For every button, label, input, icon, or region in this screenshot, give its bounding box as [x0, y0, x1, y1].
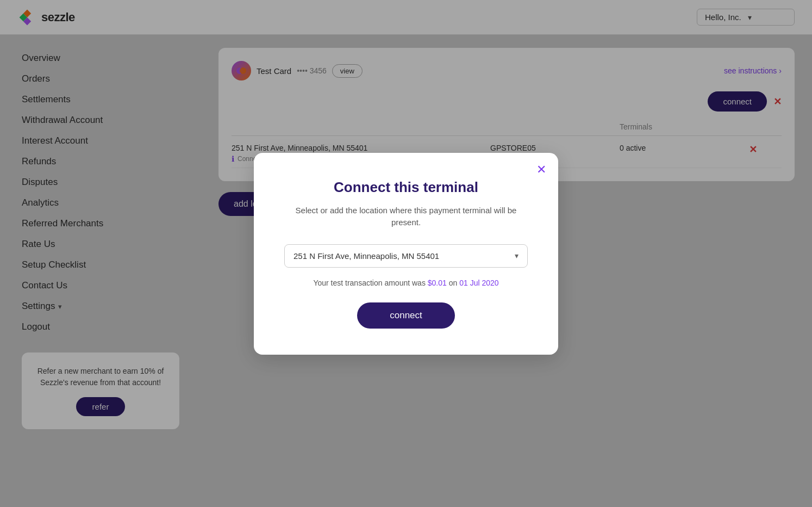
modal-overlay[interactable]: ✕ Connect this terminal Select or add th…	[0, 0, 812, 507]
modal-close-button[interactable]: ✕	[536, 163, 546, 177]
modal-title: Connect this terminal	[334, 179, 478, 196]
modal-subtitle: Select or add the location where this pa…	[284, 205, 528, 229]
location-select[interactable]: 251 N First Ave, Minneapolis, MN 55401 ▾	[284, 244, 528, 268]
modal-test-transaction-text: Your test transaction amount was $0.01 o…	[313, 279, 498, 287]
modal-connect-button[interactable]: connect	[357, 302, 455, 329]
connect-terminal-modal: ✕ Connect this terminal Select or add th…	[254, 153, 558, 355]
selected-location-text: 251 N First Ave, Minneapolis, MN 55401	[293, 251, 439, 261]
location-select-chevron-icon: ▾	[515, 251, 519, 260]
